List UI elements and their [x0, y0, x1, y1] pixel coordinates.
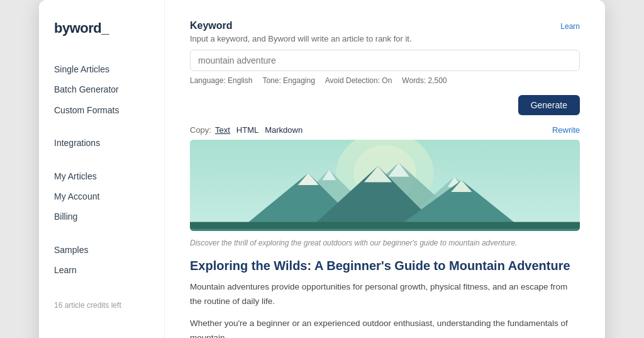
sidebar: byword_ Single Articles Batch Generator …: [39, 0, 165, 338]
tone-option: Tone: Engaging: [262, 76, 314, 85]
words-option: Words: 2,500: [402, 76, 447, 85]
keyword-section: Keyword Learn Input a keyword, and Bywor…: [190, 20, 580, 85]
generate-row: Generate: [190, 95, 580, 115]
nav-section-2: Integrations: [54, 133, 149, 153]
svg-rect-16: [190, 229, 580, 231]
nav-section-3: My Articles My Account Billing: [54, 166, 149, 227]
avoid-detection-option: Avoid Detection: On: [325, 76, 392, 85]
keyword-options: Language: English Tone: Engaging Avoid D…: [190, 76, 580, 85]
copy-format-text[interactable]: Text: [215, 125, 230, 135]
keyword-input[interactable]: [190, 50, 580, 71]
article-caption: Discover the thrill of exploring the gre…: [190, 237, 580, 249]
keyword-header: Keyword Learn: [190, 20, 580, 31]
sidebar-item-my-articles[interactable]: My Articles: [54, 166, 149, 186]
copy-format-html[interactable]: HTML: [236, 125, 258, 135]
sidebar-item-learn[interactable]: Learn: [54, 260, 149, 280]
sidebar-item-samples[interactable]: Samples: [54, 240, 149, 260]
browser-window: byword_ Single Articles Batch Generator …: [39, 0, 605, 338]
sidebar-item-integrations[interactable]: Integrations: [54, 133, 149, 153]
language-option: Language: English: [190, 76, 252, 85]
copy-options: Copy: Text HTML Markdown: [190, 125, 309, 135]
sidebar-item-billing[interactable]: Billing: [54, 206, 149, 227]
keyword-title: Keyword: [190, 20, 233, 31]
copy-format-markdown[interactable]: Markdown: [265, 125, 303, 135]
article-body-2: Whether you're a beginner or an experien…: [190, 317, 580, 338]
sidebar-item-custom-formats[interactable]: Custom Formats: [54, 100, 149, 120]
credits-text: 16 article credits left: [54, 301, 149, 310]
sidebar-item-batch-generator[interactable]: Batch Generator: [54, 79, 149, 99]
copy-label: Copy:: [190, 125, 211, 135]
keyword-subtitle: Input a keyword, and Byword will write a…: [190, 34, 580, 43]
nav-section-4: Samples Learn: [54, 240, 149, 281]
rewrite-link[interactable]: Rewrite: [552, 125, 580, 135]
learn-link[interactable]: Learn: [560, 22, 580, 31]
copy-bar: Copy: Text HTML Markdown Rewrite: [190, 125, 580, 135]
logo: byword_: [54, 20, 149, 37]
sidebar-item-single-articles[interactable]: Single Articles: [54, 59, 149, 79]
main-content: Keyword Learn Input a keyword, and Bywor…: [165, 0, 605, 338]
sidebar-item-my-account[interactable]: My Account: [54, 186, 149, 206]
article-image: [190, 140, 580, 231]
article-title: Exploring the Wilds: A Beginner's Guide …: [190, 257, 580, 274]
article-body-1: Mountain adventures provide opportunitie…: [190, 280, 580, 309]
generate-button[interactable]: Generate: [518, 95, 580, 115]
nav-section-1: Single Articles Batch Generator Custom F…: [54, 59, 149, 120]
